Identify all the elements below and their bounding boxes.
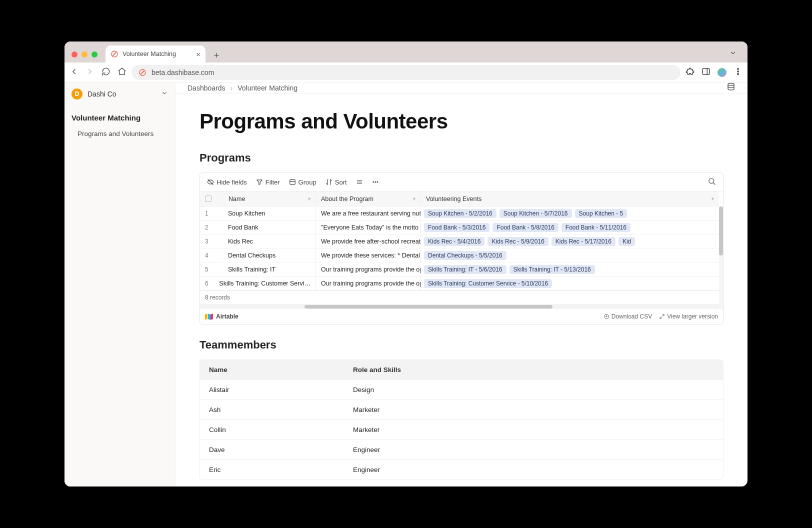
airtable-brand[interactable]: Airtable — [205, 313, 238, 320]
svg-point-4 — [738, 68, 739, 70]
vertical-scrollbar[interactable] — [719, 206, 723, 309]
table-cell-about[interactable]: We provide free after-school recreati… — [316, 234, 420, 248]
event-tag[interactable]: Skills Training: IT - 5/13/2016 — [510, 265, 595, 274]
workspace-switcher[interactable]: D Dashi Co — [64, 82, 175, 106]
window-controls — [70, 52, 102, 62]
table-row[interactable]: 4Dental Checkups — [200, 248, 316, 262]
table-cell-about[interactable]: "Everyone Eats Today" is the motto f… — [316, 220, 420, 234]
team-col-name: Name — [209, 366, 353, 374]
page-title: Programs and Volunteers — [200, 110, 724, 134]
more-options-button[interactable] — [372, 178, 379, 186]
filter-button[interactable]: Filter — [256, 178, 280, 186]
column-header-events[interactable]: Volunteering Events ▼ — [421, 192, 719, 206]
tab-close-button[interactable]: × — [196, 50, 200, 58]
profile-avatar[interactable] — [718, 68, 726, 77]
event-tag[interactable]: Food Bank - 5/8/2016 — [492, 223, 558, 232]
close-window-button[interactable] — [72, 52, 78, 58]
event-tag[interactable]: Dental Checkups - 5/5/2016 — [424, 251, 506, 260]
event-tag[interactable]: Kid — [618, 237, 635, 246]
column-header-name[interactable]: Name ▼ — [200, 192, 316, 206]
download-csv-button[interactable]: Download CSV — [604, 313, 652, 320]
search-button[interactable] — [708, 177, 716, 187]
svg-rect-2 — [702, 68, 710, 74]
database-icon[interactable] — [726, 82, 736, 93]
table-row[interactable]: 2Food Bank — [200, 220, 316, 234]
address-bar[interactable]: beta.dashibase.com — [132, 65, 680, 80]
row-height-button[interactable] — [356, 178, 363, 186]
chevron-down-icon — [161, 90, 168, 98]
event-tag[interactable]: Soup Kitchen - 5/7/2016 — [500, 209, 572, 218]
column-header-about[interactable]: About the Program ▼ — [316, 192, 420, 206]
hide-fields-button[interactable]: Hide fields — [207, 178, 247, 186]
table-cell-about[interactable]: We are a free restaurant serving nutri… — [316, 206, 420, 220]
event-tag[interactable]: Soup Kitchen - 5 — [575, 209, 628, 218]
new-tab-button[interactable]: + — [210, 48, 224, 62]
table-cell-events[interactable]: Dental Checkups - 5/5/2016 — [421, 248, 719, 262]
programs-table-frame: Hide fields Filter Group Sort — [200, 172, 724, 324]
extensions-button[interactable] — [686, 67, 694, 78]
browser-tab[interactable]: Volunteer Matching × — [106, 46, 206, 62]
tabs-dropdown-button[interactable] — [730, 50, 742, 62]
event-tag[interactable]: Food Bank - 5/3/2016 — [424, 223, 490, 232]
team-heading: Teammembers — [200, 338, 724, 352]
back-button[interactable] — [70, 67, 78, 78]
sidebar-item-programs[interactable]: Programs and Volunteers — [70, 127, 169, 140]
sidebar: D Dashi Co Volunteer Matching Programs a… — [64, 82, 176, 486]
maximize-window-button[interactable] — [92, 52, 98, 58]
team-table: Name Role and Skills AlistairDesignAshMa… — [200, 360, 724, 480]
sort-button[interactable]: Sort — [326, 178, 347, 186]
programs-heading: Programs — [200, 152, 724, 164]
event-tag[interactable]: Skills Training: IT - 5/6/2016 — [424, 265, 506, 274]
team-row[interactable]: AshMarketer — [200, 400, 723, 420]
table-cell-events[interactable]: Soup Kitchen - 5/2/2016Soup Kitchen - 5/… — [421, 206, 719, 220]
workspace-avatar: D — [72, 88, 82, 100]
workspace-name: Dashi Co — [88, 90, 156, 98]
team-row[interactable]: EricEngineer — [200, 460, 723, 480]
forward-button[interactable] — [86, 67, 94, 78]
event-tag[interactable]: Soup Kitchen - 5/2/2016 — [424, 209, 496, 218]
table-cell-events[interactable]: Skills Training: Customer Service - 5/10… — [421, 276, 719, 290]
site-icon — [138, 68, 146, 76]
table-row[interactable]: 5Skills Training: IT — [200, 262, 316, 276]
team-row[interactable]: AlistairDesign — [200, 380, 723, 400]
table-cell-about[interactable]: We provide these services: * Dental … — [316, 248, 420, 262]
svg-point-15 — [375, 182, 376, 182]
kebab-menu-button[interactable] — [734, 67, 742, 78]
svg-point-6 — [738, 73, 739, 74]
breadcrumb: Dashboards › Volunteer Matching — [176, 82, 748, 94]
team-row[interactable]: CollinMarketer — [200, 420, 723, 440]
table-row[interactable]: 3Kids Rec — [200, 234, 316, 248]
tab-title: Volunteer Matching — [122, 50, 176, 58]
event-tag[interactable]: Kids Rec - 5/4/2016 — [424, 237, 484, 246]
panel-button[interactable] — [702, 67, 710, 78]
svg-point-5 — [738, 70, 739, 72]
select-all-checkbox[interactable] — [205, 196, 212, 202]
table-cell-about[interactable]: Our training programs provide the op… — [316, 276, 420, 290]
main-content: Dashboards › Volunteer Matching Programs… — [176, 82, 748, 486]
minimize-window-button[interactable] — [82, 52, 88, 58]
table-cell-events[interactable]: Skills Training: IT - 5/6/2016Skills Tra… — [421, 262, 719, 276]
home-button[interactable] — [118, 67, 126, 78]
breadcrumb-current: Volunteer Matching — [238, 84, 298, 92]
event-tag[interactable]: Kids Rec - 5/17/2016 — [552, 237, 616, 246]
reload-button[interactable] — [102, 67, 110, 78]
view-larger-button[interactable]: View larger version — [659, 313, 718, 320]
browser-chrome: Volunteer Matching × + beta.dashibase.co… — [64, 42, 748, 82]
table-cell-about[interactable]: Our training programs provide the op… — [316, 262, 420, 276]
record-count: 8 records — [200, 290, 719, 304]
event-tag[interactable]: Kids Rec - 5/9/2016 — [488, 237, 548, 246]
table-cell-events[interactable]: Food Bank - 5/3/2016Food Bank - 5/8/2016… — [421, 220, 719, 234]
team-row[interactable]: DaveEngineer — [200, 440, 723, 460]
svg-point-7 — [728, 84, 734, 86]
table-row[interactable]: 6Skills Training: Customer Servi… — [200, 276, 316, 290]
svg-point-16 — [377, 182, 378, 182]
svg-point-14 — [373, 182, 374, 182]
event-tag[interactable]: Skills Training: Customer Service - 5/10… — [424, 279, 552, 288]
group-button[interactable]: Group — [289, 178, 316, 186]
table-cell-events[interactable]: Kids Rec - 5/4/2016Kids Rec - 5/9/2016Ki… — [421, 234, 719, 248]
breadcrumb-root[interactable]: Dashboards — [188, 84, 226, 92]
event-tag[interactable]: Food Bank - 5/11/2016 — [562, 223, 630, 232]
table-row[interactable]: 1Soup Kitchen — [200, 206, 316, 220]
url-text: beta.dashibase.com — [152, 68, 214, 76]
horizontal-scrollbar[interactable] — [200, 304, 719, 309]
